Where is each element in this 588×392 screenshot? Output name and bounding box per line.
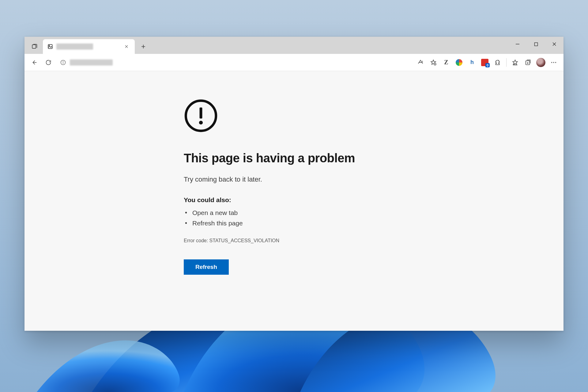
shield-icon <box>481 59 488 66</box>
add-favorite-button[interactable] <box>427 56 439 69</box>
error-exclamation-icon <box>184 99 404 133</box>
extensions-button[interactable] <box>492 56 504 69</box>
error-also-heading: You could also: <box>184 196 404 204</box>
toolbar-right: Z h <box>414 56 560 69</box>
collections-button[interactable] <box>522 56 534 69</box>
svg-point-13 <box>199 121 203 124</box>
globe-color-icon <box>456 59 462 66</box>
site-info-icon[interactable] <box>60 59 66 66</box>
page-warning-icon <box>47 43 53 50</box>
svg-rect-0 <box>32 45 36 48</box>
svg-point-5 <box>63 61 63 62</box>
page-viewport: This page is having a problem Try coming… <box>24 71 564 331</box>
back-button[interactable] <box>28 56 40 69</box>
error-container: This page is having a problem Try coming… <box>184 99 404 331</box>
maximize-button[interactable] <box>527 37 545 51</box>
extension-color-button[interactable] <box>453 56 465 69</box>
avatar-icon <box>536 58 545 67</box>
svg-point-2 <box>49 45 50 46</box>
refresh-button[interactable]: Refresh <box>184 259 229 275</box>
extension-h-button[interactable]: h <box>466 56 478 69</box>
error-code: Error code: STATUS_ACCESS_VIOLATION <box>184 238 404 243</box>
toolbar: Z h <box>24 54 564 71</box>
svg-point-8 <box>551 62 552 63</box>
separator <box>506 58 507 67</box>
browser-tab-active[interactable] <box>43 39 135 54</box>
more-menu-button[interactable] <box>548 56 560 69</box>
error-suggestions: Open a new tab Refresh this page <box>184 209 404 227</box>
close-window-button[interactable] <box>545 37 564 51</box>
svg-rect-12 <box>200 107 202 119</box>
tab-strip <box>24 37 564 54</box>
new-tab-button[interactable] <box>137 40 150 53</box>
url-redacted <box>70 59 113 66</box>
read-aloud-button[interactable] <box>414 56 427 69</box>
address-bar[interactable] <box>56 56 413 69</box>
extension-shield-button[interactable] <box>479 56 491 69</box>
svg-point-9 <box>553 62 554 63</box>
svg-rect-1 <box>48 44 52 48</box>
error-heading: This page is having a problem <box>184 151 404 165</box>
browser-window: Z h <box>24 37 564 331</box>
error-suggestion-item: Open a new tab <box>184 209 404 217</box>
error-suggestion-item: Refresh this page <box>184 220 404 227</box>
error-subtext: Try coming back to it later. <box>184 175 404 183</box>
minimize-button[interactable] <box>508 37 527 51</box>
extension-z-button[interactable]: Z <box>440 56 452 69</box>
h-icon: h <box>470 59 473 66</box>
tab-title-redacted <box>56 43 93 50</box>
window-controls <box>508 37 564 51</box>
reload-button[interactable] <box>42 56 55 69</box>
close-tab-button[interactable] <box>123 43 130 51</box>
profile-avatar[interactable] <box>535 56 547 69</box>
favorites-button[interactable] <box>509 56 521 69</box>
tab-actions-button[interactable] <box>27 39 42 54</box>
svg-rect-3 <box>534 43 537 46</box>
svg-point-10 <box>555 62 556 63</box>
